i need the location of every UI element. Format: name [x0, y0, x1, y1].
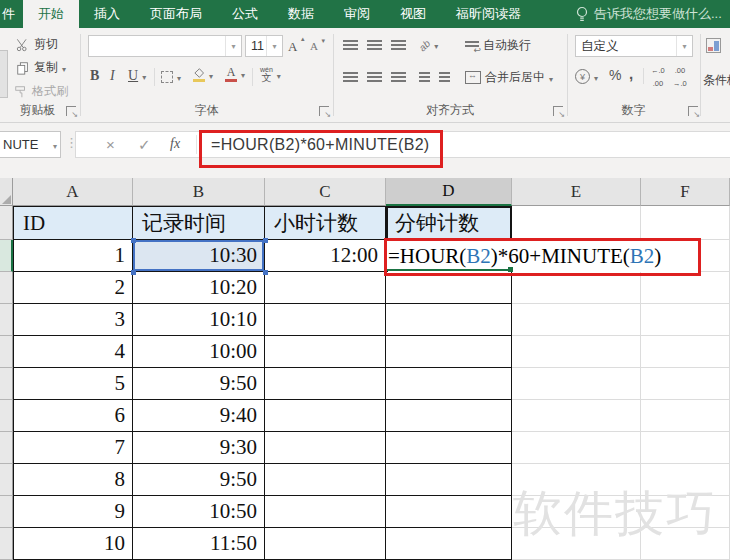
cell-E7[interactable] [512, 400, 641, 432]
align-left-icon[interactable] [343, 72, 358, 74]
cell-C3[interactable] [265, 272, 386, 304]
wrap-text-button[interactable]: 自动换行 [465, 37, 531, 54]
clipboard-dialog-launcher[interactable] [66, 106, 76, 116]
cell-E1[interactable] [512, 206, 641, 240]
cell-B10[interactable]: 10:50 [133, 496, 265, 528]
row-header[interactable] [0, 464, 13, 496]
enter-button[interactable]: ✓ [138, 136, 151, 154]
accounting-format-button[interactable]: ¥ [575, 69, 598, 84]
cell-B3[interactable]: 10:20 [133, 272, 265, 304]
cell-E4[interactable] [512, 304, 641, 336]
cell-D4[interactable] [386, 304, 512, 336]
shrink-font-button[interactable]: A [310, 40, 318, 52]
grow-font-button[interactable]: A [288, 39, 297, 55]
cell-F5[interactable] [641, 336, 730, 368]
comma-style-button[interactable]: , [629, 65, 633, 82]
fill-color-dropdown-icon[interactable] [209, 68, 213, 82]
column-header-B[interactable]: B [133, 178, 265, 206]
font-color-dropdown-icon[interactable] [241, 67, 245, 81]
row-header[interactable] [0, 206, 13, 240]
cell-F8[interactable] [641, 432, 730, 464]
cell-F6[interactable] [641, 368, 730, 400]
column-header-E[interactable]: E [512, 178, 641, 206]
cell-B6[interactable]: 9:50 [133, 368, 265, 400]
italic-button[interactable]: I [110, 68, 115, 84]
cut-button[interactable]: 剪切 [16, 36, 58, 53]
cell-D7[interactable] [386, 400, 512, 432]
decrease-decimal-button[interactable]: .00 →.0 [673, 67, 687, 88]
fill-color-button[interactable] [192, 68, 213, 82]
cell-D6[interactable] [386, 368, 512, 400]
copy-button[interactable]: 复制 [16, 59, 66, 76]
cell-F1[interactable] [641, 206, 730, 240]
cell-E3[interactable] [512, 272, 641, 304]
conditional-formatting-button[interactable] [706, 38, 721, 53]
cell-B11[interactable]: 11:50 [133, 528, 265, 560]
cell-C7[interactable] [265, 400, 386, 432]
cell-D5[interactable] [386, 336, 512, 368]
cell-C1[interactable]: 小时计数 [265, 206, 386, 240]
alignment-dialog-launcher[interactable] [553, 106, 563, 116]
row-header[interactable] [0, 432, 13, 464]
cell-A11[interactable]: 10 [13, 528, 133, 560]
percent-style-button[interactable]: % [609, 67, 621, 83]
tab-公式[interactable]: 公式 [217, 0, 273, 28]
font-size-combo[interactable]: 11 [245, 35, 283, 57]
cell-C2[interactable]: 12:00 [265, 240, 386, 272]
conditional-formatting-button-label[interactable]: 条件格式 [703, 72, 730, 89]
cell-B1[interactable]: 记录时间 [133, 206, 265, 240]
cell-A10[interactable]: 9 [13, 496, 133, 528]
phonetic-button[interactable]: wén 文 [260, 66, 281, 83]
bold-button[interactable]: B [90, 68, 99, 84]
cell-A7[interactable]: 6 [13, 400, 133, 432]
cell-B2[interactable]: 10:30 [133, 240, 265, 272]
cell-C10[interactable] [265, 496, 386, 528]
cell-C5[interactable] [265, 336, 386, 368]
font-size-dropdown-icon[interactable] [266, 36, 282, 56]
cell-C4[interactable] [265, 304, 386, 336]
row-header[interactable] [0, 272, 13, 304]
format-painter-button[interactable]: 格式刷 [14, 83, 68, 100]
font-name-combo[interactable] [88, 35, 242, 57]
name-box[interactable]: NUTE [0, 131, 61, 158]
tell-me-search[interactable]: 告诉我您想要做什么... [576, 0, 722, 28]
cell-D3[interactable] [386, 272, 512, 304]
cell-B8[interactable]: 9:30 [133, 432, 265, 464]
borders-button[interactable] [161, 70, 181, 84]
cell-A4[interactable]: 3 [13, 304, 133, 336]
decrease-indent-icon[interactable] [419, 72, 430, 74]
column-header-C[interactable]: C [265, 178, 386, 206]
cell-B4[interactable]: 10:10 [133, 304, 265, 336]
cell-B5[interactable]: 10:00 [133, 336, 265, 368]
column-header-D[interactable]: D [386, 178, 512, 206]
tab-数据[interactable]: 数据 [273, 0, 329, 28]
accounting-dropdown-icon[interactable] [594, 70, 598, 84]
copy-dropdown-icon[interactable] [62, 61, 66, 75]
cell-B7[interactable]: 9:40 [133, 400, 265, 432]
row-header[interactable] [0, 496, 13, 528]
cell-C8[interactable] [265, 432, 386, 464]
cell-A1[interactable]: ID [13, 206, 133, 240]
row-header[interactable] [0, 400, 13, 432]
cell-C6[interactable] [265, 368, 386, 400]
cell-A5[interactable]: 4 [13, 336, 133, 368]
align-top-icon[interactable] [343, 40, 358, 42]
row-header[interactable] [0, 368, 13, 400]
increase-decimal-button[interactable]: ←.0 .00 [651, 67, 665, 88]
select-all-corner[interactable] [0, 178, 13, 206]
tab-视图[interactable]: 视图 [385, 0, 441, 28]
cell-A8[interactable]: 7 [13, 432, 133, 464]
cell-A6[interactable]: 5 [13, 368, 133, 400]
align-right-icon[interactable] [391, 72, 406, 74]
column-header-A[interactable]: A [13, 178, 133, 206]
cell-F7[interactable] [641, 400, 730, 432]
cancel-button[interactable]: × [106, 136, 115, 153]
number-dialog-launcher[interactable] [688, 106, 698, 116]
increase-indent-icon[interactable] [439, 72, 450, 74]
tab-页面布局[interactable]: 页面布局 [135, 0, 217, 28]
merge-center-dropdown-icon[interactable] [549, 71, 553, 85]
cell-A2[interactable]: 1 [13, 240, 133, 272]
cell-E5[interactable] [512, 336, 641, 368]
cell-D11[interactable] [386, 528, 512, 560]
cell-F3[interactable] [641, 272, 730, 304]
